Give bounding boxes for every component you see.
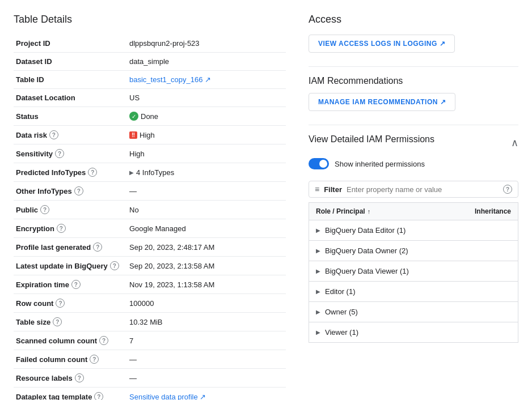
row-label: Failed column count — [16, 355, 87, 364]
status-check-icon: ✓ — [129, 112, 138, 121]
filter-help-icon[interactable]: ? — [503, 185, 512, 194]
role-row[interactable]: ▶BigQuery Data Viewer (1) — [309, 261, 518, 281]
filter-bar: ≡ Filter ? — [309, 181, 518, 198]
help-icon[interactable]: ? — [40, 205, 49, 214]
collapse-icon[interactable]: ∧ — [511, 137, 518, 149]
help-icon[interactable]: ? — [55, 149, 64, 158]
help-icon[interactable]: ? — [93, 242, 102, 252]
table-row: Resource labels?— — [14, 369, 286, 388]
row-value: Google Managed — [129, 224, 186, 233]
row-label: Expiration time — [16, 280, 69, 289]
show-inherited-toggle[interactable] — [309, 158, 329, 169]
row-value: US — [129, 93, 140, 102]
row-label: Predicted InfoTypes — [16, 168, 86, 177]
row-value: Sep 20, 2023, 2:48:17 AM — [129, 243, 214, 252]
table-row: Table size?10.32 MiB — [14, 313, 286, 331]
show-inherited-label: Show inherited permissions — [335, 160, 425, 168]
table-row: Scanned column count?7 — [14, 331, 286, 350]
inheritance-col-header: Inheritance — [475, 207, 511, 215]
sort-icon[interactable]: ↑ — [368, 208, 371, 215]
manage-iam-button[interactable]: MANAGE IAM RECOMMENDATION ↗ — [309, 93, 455, 111]
divider-2 — [309, 125, 518, 125]
toggle-row: Show inherited permissions — [309, 158, 518, 169]
row-label: Scanned column count — [16, 337, 97, 345]
table-row: Predicted InfoTypes?▶4 InfoTypes — [14, 163, 286, 182]
role-row[interactable]: ▶BigQuery Data Owner (2) — [309, 240, 518, 261]
roles-list: ▶BigQuery Data Editor (1)▶BigQuery Data … — [309, 220, 518, 343]
table-row: Other InfoTypes?— — [14, 182, 286, 201]
row-value: data_simple — [129, 57, 169, 66]
row-label: Table size — [16, 318, 50, 326]
row-label: Table ID — [16, 75, 44, 84]
row-label: Status — [16, 112, 39, 121]
view-access-logs-button[interactable]: VIEW ACCESS LOGS IN LOGGING ↗ — [309, 35, 455, 53]
help-icon[interactable]: ? — [99, 336, 108, 345]
row-value: — — [129, 374, 137, 382]
risk-badge: ‼ — [129, 131, 137, 139]
divider-1 — [309, 66, 518, 67]
help-icon[interactable]: ? — [75, 373, 84, 382]
help-icon[interactable]: ? — [110, 261, 119, 270]
access-section: Access VIEW ACCESS LOGS IN LOGGING ↗ — [309, 14, 518, 53]
filter-icon: ≡ — [315, 185, 319, 194]
chevron-right-icon: ▶ — [316, 227, 320, 233]
help-icon[interactable]: ? — [57, 224, 66, 233]
right-panel: Access VIEW ACCESS LOGS IN LOGGING ↗ IAM… — [309, 14, 518, 400]
row-label: Profile last generated — [16, 243, 91, 252]
row-label: Encryption — [16, 224, 54, 233]
help-icon[interactable]: ? — [53, 317, 62, 326]
role-row[interactable]: ▶Viewer (1) — [309, 322, 518, 343]
chevron-right-icon: ▶ — [316, 309, 320, 315]
role-label: BigQuery Data Editor (1) — [325, 226, 511, 235]
help-icon[interactable]: ? — [88, 168, 97, 177]
role-row[interactable]: ▶BigQuery Data Editor (1) — [309, 220, 518, 240]
roles-table-header: Role / Principal ↑ Inheritance — [309, 202, 518, 220]
help-icon[interactable]: ? — [90, 355, 99, 364]
row-label: Project ID — [16, 39, 50, 48]
access-title: Access — [309, 14, 518, 25]
table-row: Sensitivity?High — [14, 144, 286, 163]
row-label: Dataset ID — [16, 57, 52, 66]
help-icon[interactable]: ? — [49, 130, 58, 139]
row-value: 10.32 MiB — [129, 318, 163, 326]
row-label: Sensitivity — [16, 150, 53, 158]
page-title: Table Details — [14, 14, 286, 25]
iam-recommendations-section: IAM Recommendations MANAGE IAM RECOMMEND… — [309, 76, 518, 111]
table-row: Project IDdlppsbqrun2-proj-523 — [14, 35, 286, 53]
row-link[interactable]: Sensitive data profile ↗ — [129, 393, 206, 401]
risk-high: ‼High — [129, 131, 284, 139]
row-label: Row count — [16, 299, 53, 308]
row-value: 7 — [129, 337, 133, 345]
chevron-right-icon: ▶ — [316, 288, 320, 295]
row-value: Sep 20, 2023, 2:13:58 AM — [129, 262, 214, 270]
chevron-right-icon: ▶ — [316, 268, 320, 274]
role-row[interactable]: ▶Owner (5) — [309, 301, 518, 322]
help-icon[interactable]: ? — [56, 299, 65, 308]
help-icon[interactable]: ? — [74, 186, 83, 195]
row-value: High — [129, 150, 145, 158]
table-row: Dataplex tag template?Sensitive data pro… — [14, 388, 286, 401]
filter-label: Filter — [324, 185, 342, 194]
chevron-right-icon: ▶ — [129, 169, 134, 176]
row-label: Resource labels — [16, 374, 73, 382]
infotypes-label: 4 InfoTypes — [136, 168, 174, 177]
iam-recommendations-title: IAM Recommendations — [309, 76, 518, 86]
row-label: Data risk — [16, 131, 47, 139]
row-label: Latest update in BigQuery — [16, 262, 108, 270]
table-row: Failed column count?— — [14, 350, 286, 369]
iam-permissions-header: View Detailed IAM Permissions ∧ — [309, 134, 518, 151]
risk-label: High — [140, 131, 155, 139]
row-value: 100000 — [129, 299, 154, 308]
row-value: dlppsbqrun2-proj-523 — [129, 39, 200, 48]
role-row[interactable]: ▶Editor (1) — [309, 281, 518, 301]
iam-permissions-section: View Detailed IAM Permissions ∧ Show inh… — [309, 134, 518, 343]
row-value: — — [129, 355, 137, 364]
row-value: Nov 19, 2023, 1:13:58 AM — [129, 280, 214, 289]
filter-input[interactable] — [347, 185, 499, 194]
role-label: Viewer (1) — [325, 328, 511, 337]
table-row: Latest update in BigQuery?Sep 20, 2023, … — [14, 257, 286, 275]
help-icon[interactable]: ? — [71, 280, 81, 289]
help-icon[interactable]: ? — [94, 392, 103, 400]
infotypes-row[interactable]: ▶4 InfoTypes — [129, 168, 284, 177]
row-link[interactable]: basic_test1_copy_166 ↗ — [129, 75, 211, 84]
